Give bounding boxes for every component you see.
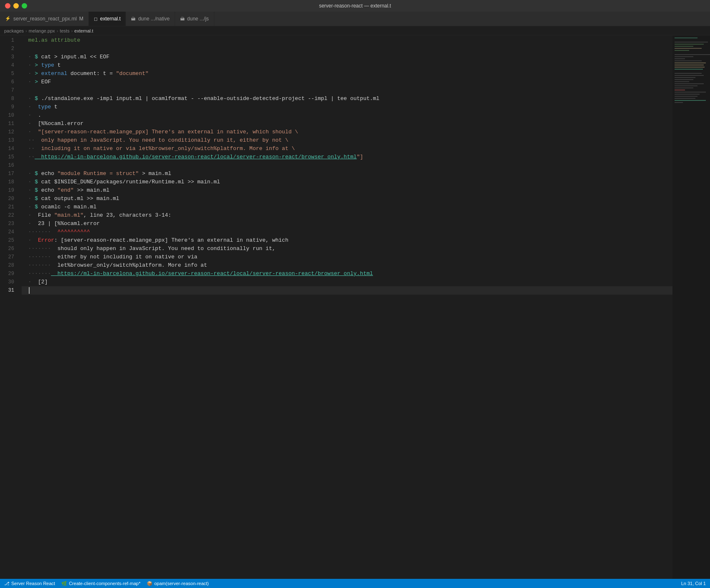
svg-rect-19 [675, 81, 689, 82]
code-4-type: type [41, 61, 54, 70]
minimap [672, 35, 710, 579]
breadcrumb-sep-3: › [71, 28, 73, 33]
svg-rect-1 [675, 38, 697, 38]
line-num-28: 28 [0, 261, 14, 270]
svg-rect-3 [675, 44, 704, 45]
code-line-18: · $ cat $INSIDE_DUNE/packages/runtime/Ru… [22, 178, 672, 186]
code-15-link[interactable]: https://ml-in-barcelona.github.io/server… [35, 153, 356, 161]
code-17-cmd: echo "module Runtime = struct" > main.ml [41, 170, 171, 178]
svg-rect-21 [675, 85, 697, 86]
svg-rect-5 [675, 48, 702, 49]
line-num-18: 18 [0, 178, 14, 186]
line-num-11: 11 [0, 120, 14, 128]
code-22-content: File "main.ml", line 23, characters 3-14… [31, 211, 171, 220]
svg-rect-12 [675, 65, 704, 65]
indent-1 [22, 36, 28, 45]
code-area[interactable]: mel.as attribute · $ cat > input.ml << E… [18, 35, 672, 579]
line-num-30: 30 [0, 278, 14, 286]
tab-external-label: external.t [100, 16, 120, 22]
line-num-1: 1 [0, 36, 14, 45]
code-13-content: only happen in JavaScript. You need to c… [35, 136, 289, 145]
status-opam[interactable]: 📦 opam(server-reason-react) [147, 581, 209, 586]
line-num-15: 15 [0, 153, 14, 161]
opam-icon: 📦 [147, 581, 153, 586]
tab-dune-native[interactable]: 🏔 dune .../native [126, 11, 175, 26]
code-19-cmd: echo "end" >> main.ml [41, 186, 110, 195]
svg-rect-27 [675, 98, 695, 99]
line-num-16: 16 [0, 161, 14, 170]
close-button[interactable] [5, 3, 10, 9]
line-num-17: 17 [0, 170, 14, 178]
tab-dune-native-icon: 🏔 [131, 16, 135, 21]
breadcrumb-part-external[interactable]: external.t [74, 28, 93, 33]
code-10-dot: . [31, 111, 41, 120]
code-24-carets: ^^^^^^^^^^ [51, 228, 90, 236]
code-25-error: Error [31, 236, 54, 245]
git-branch-icon: ⎇ [4, 581, 10, 586]
code-6-eof: EOF [41, 78, 51, 86]
breadcrumb-part-melange[interactable]: melange.ppx [29, 28, 55, 33]
svg-rect-24 [675, 92, 706, 93]
code-27-content: either by not including it on native or … [51, 253, 197, 261]
svg-rect-6 [675, 50, 689, 51]
git-branch-label: Server Reason React [11, 581, 55, 586]
svg-rect-29 [675, 102, 683, 103]
code-line-3: · $ cat > input.ml << EOF [22, 53, 672, 61]
line-num-21: 21 [0, 203, 14, 211]
code-11-content: [%%ocaml.error [31, 120, 83, 128]
line-num-3: 3 [0, 53, 14, 61]
svg-rect-22 [675, 88, 693, 88]
code-12-content: "[server-reason-react.melange_ppx] There… [31, 128, 298, 136]
tab-ppx[interactable]: ⚡ server_reason_react_ppx.ml M [0, 11, 89, 26]
code-5-indent [22, 70, 28, 78]
line-num-5: 5 [0, 70, 14, 78]
status-git-branch[interactable]: ⎇ Server Reason React [4, 581, 55, 586]
code-21-cmd: ocamlc -c main.ml [41, 203, 97, 211]
code-line-23: · 23 | [%%ocaml.error [22, 220, 672, 228]
code-line-22: · File "main.ml", line 23, characters 3-… [22, 211, 672, 220]
svg-rect-23 [675, 90, 685, 90]
status-source-branch[interactable]: 🌿 Create-client-components-ref-map* [61, 581, 140, 586]
code-26-content: should only happen in JavaScript. You ne… [51, 245, 275, 253]
code-line-24: ······· ^^^^^^^^^^ [22, 228, 672, 236]
code-line-31 [22, 286, 672, 295]
code-9-content: type t [31, 103, 57, 111]
source-branch-label: Create-client-components-ref-map* [69, 581, 140, 586]
code-line-12: · "[server-reason-react.melange_ppx] The… [22, 128, 672, 136]
tab-dune-native-label: dune .../native [138, 16, 169, 22]
breadcrumb-sep-2: › [57, 28, 58, 33]
code-6-indent [22, 78, 28, 86]
svg-rect-26 [675, 96, 697, 97]
code-4-gt: > [31, 61, 41, 70]
tab-ppx-label: server_reason_react_ppx.ml [13, 16, 77, 22]
maximize-button[interactable] [22, 3, 27, 9]
code-4-indent [22, 61, 28, 70]
svg-rect-13 [675, 67, 705, 68]
tab-external[interactable]: ◻ external.t [89, 11, 126, 26]
code-line-17: · $ echo "module Runtime = struct" > mai… [22, 170, 672, 178]
minimize-button[interactable] [13, 3, 19, 9]
line-num-4: 4 [0, 61, 14, 70]
line-num-24: 24 [0, 228, 14, 236]
source-branch-icon: 🌿 [61, 581, 67, 586]
code-29-link[interactable]: https://ml-in-barcelona.github.io/server… [51, 270, 373, 278]
tab-dune-js[interactable]: 🏔 dune .../js [175, 11, 214, 26]
code-28-content: let%browser_only/switch%platform. More i… [51, 261, 207, 270]
svg-rect-10 [675, 60, 702, 61]
svg-rect-2 [675, 42, 708, 43]
code-1-content: mel.as attribute [28, 36, 80, 45]
svg-rect-14 [675, 69, 703, 70]
tab-ppx-suffix: M [79, 16, 83, 22]
code-line-28: ······· let%browser_only/switch%platform… [22, 261, 672, 270]
line-num-14: 14 [0, 145, 14, 153]
code-3-cmd: cat > input.ml << EOF [41, 53, 110, 61]
status-position[interactable]: Ln 31, Col 1 [681, 581, 706, 586]
line-num-25: 25 [0, 236, 14, 245]
code-line-6: · > EOF [22, 78, 672, 86]
svg-rect-28 [675, 100, 706, 101]
svg-rect-18 [675, 79, 693, 80]
breadcrumb-part-tests[interactable]: tests [60, 28, 69, 33]
breadcrumb-part-packages[interactable]: packages [4, 28, 24, 33]
code-line-9: · type t [22, 103, 672, 111]
code-line-4: · > type t [22, 61, 672, 70]
